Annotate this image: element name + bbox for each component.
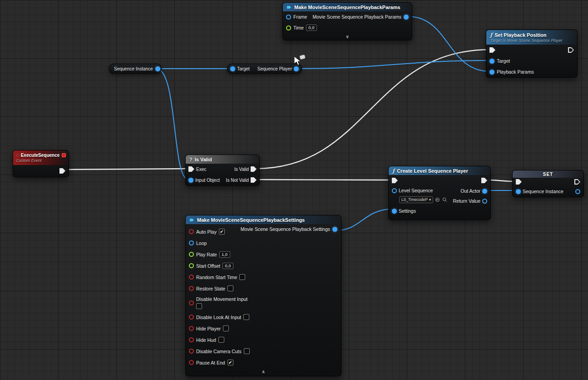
random-start-time-checkbox[interactable] xyxy=(239,274,245,280)
pin-label: Start Offset xyxy=(196,263,220,269)
event-icon: ◇ xyxy=(16,153,20,158)
playback-params-pin-label: Playback Params xyxy=(497,69,534,75)
collapse-chevron-up[interactable]: ∧ xyxy=(186,368,341,375)
exec-in-pin[interactable] xyxy=(516,179,522,185)
node-execute-sequence-event[interactable]: ◇ ExecuteSequence Custom Event xyxy=(13,150,69,177)
return-value-pin[interactable] xyxy=(482,199,487,204)
bool-pin[interactable] xyxy=(189,360,194,365)
restore-state-checkbox[interactable] xyxy=(227,285,233,291)
is-not-valid-exec-out-pin[interactable] xyxy=(251,177,257,183)
node-get-sequence-instance[interactable]: Sequence Instance xyxy=(109,64,162,74)
disable-look-at-input-checkbox[interactable] xyxy=(243,314,249,320)
bool-pin[interactable] xyxy=(189,349,194,354)
is-valid-out-label: Is Valid xyxy=(234,167,249,172)
time-pin[interactable] xyxy=(286,25,291,30)
out-actor-label: Out Actor xyxy=(460,188,480,194)
pin-row-disable-look-at-input: Disable Look At Input xyxy=(186,311,341,323)
level-sequence-pin[interactable] xyxy=(392,188,397,193)
node-set-playback-position[interactable]: ƒ Set Playback Position Target is Movie … xyxy=(486,30,578,78)
bool-pin[interactable] xyxy=(189,315,194,320)
hide-hud-checkbox[interactable] xyxy=(218,337,224,343)
out-actor-pin[interactable] xyxy=(482,189,487,194)
wire-struct-params-to-playbackparams xyxy=(407,16,490,71)
pin-row: Playback Params xyxy=(486,66,577,77)
exec-in-pin[interactable] xyxy=(489,47,495,53)
set-output-pin[interactable] xyxy=(575,189,580,194)
function-icon: ƒ xyxy=(490,32,492,38)
hide-player-checkbox[interactable] xyxy=(223,325,229,331)
node-is-valid[interactable]: ? Is Valid Exec Is Valid Input Object Is… xyxy=(185,155,260,186)
settings-label: Settings xyxy=(399,208,416,214)
is-valid-exec-out-pin[interactable] xyxy=(251,166,257,172)
node-set-sequence-instance[interactable]: SET Sequence Instance xyxy=(512,170,584,197)
bool-pin[interactable] xyxy=(189,229,194,234)
input-object-label: Input Object xyxy=(195,178,220,183)
node-make-playback-params[interactable]: Make MovieSceneSequencePlaybackParams Fr… xyxy=(282,2,412,40)
node-title: Make MovieSceneSequencePlaybackSettings xyxy=(197,217,305,223)
float-pin[interactable] xyxy=(189,252,194,257)
blueprint-graph-canvas[interactable]: Make MovieSceneSequencePlaybackParams Fr… xyxy=(0,0,588,380)
pin-row-restore-state: Restore State xyxy=(186,283,341,294)
params-output-pin[interactable] xyxy=(404,15,409,20)
settings-pin[interactable] xyxy=(392,209,397,214)
variable-label: Sequence Instance xyxy=(112,66,153,71)
sequence-player-output-pin[interactable] xyxy=(294,66,299,71)
node-header: ƒ Set Playback Position Target is Movie … xyxy=(486,30,577,45)
target-input-pin[interactable] xyxy=(230,66,235,71)
pin-row-pause-at-end: Pause At End ✔ xyxy=(186,357,341,368)
level-sequence-dropdown[interactable]: LS_TimecodePr ▾ xyxy=(399,196,433,203)
pause-at-end-checkbox[interactable]: ✔ xyxy=(227,360,233,365)
sequence-instance-input-pin[interactable] xyxy=(516,189,521,194)
exec-out-pin[interactable] xyxy=(481,178,487,183)
input-object-pin[interactable] xyxy=(188,178,193,183)
disable-movement-input-checkbox[interactable] xyxy=(196,303,202,309)
exec-out-pin[interactable] xyxy=(568,47,574,53)
wire-exec-isnotvalid-to-createplayer xyxy=(255,180,392,180)
browse-icon[interactable] xyxy=(442,197,448,203)
target-pin[interactable] xyxy=(489,59,494,64)
loop-pin[interactable] xyxy=(189,240,194,245)
pin-label: Play Rate xyxy=(196,252,217,257)
event-bind-icon[interactable] xyxy=(62,153,66,157)
time-value-field[interactable]: 0,0 xyxy=(306,25,317,31)
play-rate-field[interactable]: 1,0 xyxy=(219,251,230,258)
node-header: ◇ ExecuteSequence Custom Event xyxy=(13,150,69,165)
node-make-playback-settings[interactable]: Make MovieSceneSequencePlaybackSettings … xyxy=(185,215,341,376)
node-create-level-sequence-player[interactable]: ƒ Create Level Sequence Player Level Seq… xyxy=(388,166,491,220)
disable-camera-cuts-checkbox[interactable] xyxy=(244,348,250,354)
pin-row-random-start-time: Random Start Time xyxy=(186,271,341,283)
pin-row-start-offset: Start Offset 0,0 xyxy=(186,260,341,271)
collapse-chevron-down[interactable]: ∨ xyxy=(283,33,412,40)
wire-struct-settings-to-settings xyxy=(336,209,392,230)
pin-row: Target xyxy=(486,55,577,66)
exec-row xyxy=(13,165,69,177)
exec-in-pin[interactable] xyxy=(392,178,398,183)
settings-output-label: Movie Scene Sequence Playback Settings xyxy=(241,226,330,232)
bool-pin[interactable] xyxy=(189,275,194,280)
float-pin[interactable] xyxy=(189,263,194,268)
exec-in-label: Exec xyxy=(196,167,206,172)
bool-pin[interactable] xyxy=(189,337,194,342)
node-title: Make MovieSceneSequencePlaybackParams xyxy=(294,5,400,10)
node-header: Make MovieSceneSequencePlaybackParams xyxy=(283,3,412,11)
auto-play-checkbox[interactable]: ✔ xyxy=(219,229,225,235)
bool-pin[interactable] xyxy=(189,300,194,305)
start-offset-field[interactable]: 0,0 xyxy=(222,263,233,269)
sequence-instance-output-pin[interactable] xyxy=(155,66,160,71)
bool-pin[interactable] xyxy=(189,326,194,331)
target-pin-label: Target xyxy=(497,58,510,64)
settings-output-pin[interactable] xyxy=(332,227,337,232)
node-get-sequence-player[interactable]: Target Sequence Player xyxy=(227,64,302,74)
use-selected-icon[interactable] xyxy=(435,197,440,203)
exec-in-pin[interactable] xyxy=(188,166,194,172)
node-subtitle: Target is Movie Scene Sequence Player xyxy=(490,38,573,43)
frame-pin[interactable] xyxy=(286,15,291,20)
exec-out-pin[interactable] xyxy=(59,168,65,174)
question-icon: ? xyxy=(189,157,193,162)
exec-row xyxy=(513,178,583,186)
exec-out-pin[interactable] xyxy=(574,179,580,185)
bool-pin[interactable] xyxy=(189,286,194,291)
pin-row-hide-hud: Hide Hud xyxy=(186,334,341,345)
pin-row: Frame Movie Scene Sequence Playback Para… xyxy=(283,11,412,22)
playback-params-pin[interactable] xyxy=(489,70,494,75)
